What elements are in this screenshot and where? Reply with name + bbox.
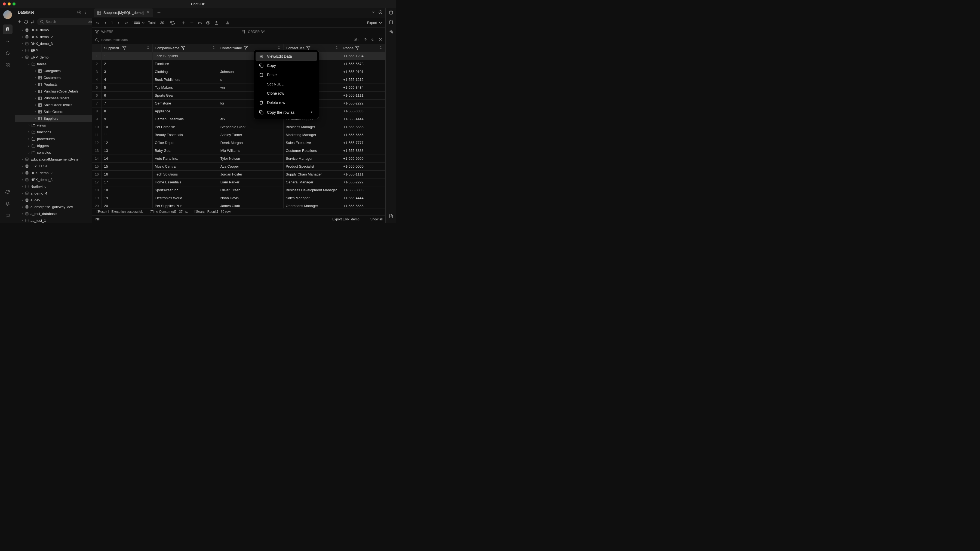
tree-item-a_dev[interactable]: a_dev: [15, 197, 92, 203]
table-row[interactable]: 99Garden EssentialsarkCustomer Support+1…: [92, 115, 385, 123]
cell-phone[interactable]: +1-555-5555: [341, 202, 385, 208]
cell-supplierid[interactable]: 3: [102, 68, 153, 76]
tree-item-dhx_demo_3[interactable]: DHX_demo_3: [15, 40, 92, 47]
reload-icon[interactable]: [170, 21, 175, 25]
export-button[interactable]: Export: [367, 21, 383, 25]
cell-contacttitle[interactable]: Marketing Manager: [283, 131, 341, 139]
tree-item-salesorderdetails[interactable]: SalesOrderDetails: [15, 102, 92, 108]
cell-companyname[interactable]: Electronics World: [153, 194, 218, 202]
table-row[interactable]: 1515Music CentralAva CooperProduct Speci…: [92, 162, 385, 170]
cell-contactname[interactable]: Derek Morgan: [218, 139, 283, 147]
notifications-nav-icon[interactable]: [3, 199, 13, 209]
tree-item-a_demo_4[interactable]: a_demo_4: [15, 190, 92, 197]
tree-item-dhx_demo[interactable]: DHX_demo: [15, 27, 92, 33]
column-header-companyname[interactable]: CompanyName: [153, 44, 218, 52]
table-row[interactable]: 1414Auto Parts Inc.Tyler NelsonService M…: [92, 154, 385, 162]
table-row[interactable]: 1919Electronics WorldNoah DavisSales Man…: [92, 194, 385, 202]
tree-item-a_enterprise_gateway_dev[interactable]: a_enterprise_gateway_dev: [15, 203, 92, 210]
add-icon[interactable]: [76, 9, 83, 16]
cell-contacttitle[interactable]: Customer Relations: [283, 147, 341, 154]
first-page-icon[interactable]: [95, 21, 100, 25]
cell-companyname[interactable]: Appliance: [153, 107, 218, 115]
cell-phone[interactable]: +1-555-3333: [341, 107, 385, 115]
cell-companyname[interactable]: Tech Suppliers: [153, 52, 218, 60]
cell-companyname[interactable]: Auto Parts Inc.: [153, 154, 218, 162]
close-icon[interactable]: [146, 10, 150, 15]
cell-contactname[interactable]: Mia Williams: [218, 147, 283, 154]
chart-icon[interactable]: [225, 21, 230, 25]
feedback-nav-icon[interactable]: [3, 211, 13, 221]
tree-item-views[interactable]: views: [15, 122, 92, 129]
footer-export[interactable]: Export ERP_demo: [332, 218, 359, 221]
cell-contacttitle[interactable]: Business Manager: [283, 123, 341, 131]
avatar[interactable]: [3, 10, 12, 19]
cell-companyname[interactable]: Office Depot: [153, 139, 218, 147]
cell-phone[interactable]: +1-555-7777: [341, 139, 385, 147]
cell-supplierid[interactable]: 12: [102, 139, 153, 147]
tree-item-purchaseorders[interactable]: PurchaseOrders: [15, 95, 92, 102]
tree-item-dhx_demo_2[interactable]: DHX_demo_2: [15, 33, 92, 40]
tree-item-products[interactable]: Products: [15, 81, 92, 88]
view-icon[interactable]: [205, 21, 211, 25]
page-size-dropdown[interactable]: 1000: [132, 21, 145, 25]
cell-phone[interactable]: +1-555-3434: [341, 84, 385, 91]
cell-phone[interactable]: +1-555-9101: [341, 68, 385, 76]
last-page-icon[interactable]: [124, 21, 129, 25]
cell-supplierid[interactable]: 8: [102, 107, 153, 115]
more-icon[interactable]: [83, 9, 89, 16]
add-connection-icon[interactable]: [18, 19, 22, 25]
cell-supplierid[interactable]: 15: [102, 162, 153, 170]
context-menu-delete-row[interactable]: Delete row: [256, 98, 317, 107]
table-row[interactable]: 11Tech SuppliersSales Manager+1-555-1234: [92, 52, 385, 60]
cell-companyname[interactable]: Gemstone: [153, 99, 218, 107]
cell-companyname[interactable]: Sportswear Inc.: [153, 186, 218, 194]
cell-phone[interactable]: +1-555-5555: [341, 123, 385, 131]
sql-icon[interactable]: [389, 10, 393, 16]
document-icon[interactable]: [389, 214, 393, 219]
cell-phone[interactable]: +1-555-1111: [341, 91, 385, 99]
cell-companyname[interactable]: Beauty Essentials: [153, 131, 218, 139]
sort-icon[interactable]: [212, 45, 216, 50]
cell-supplierid[interactable]: 11: [102, 131, 153, 139]
cell-contacttitle[interactable]: General Manager: [283, 178, 341, 186]
sparkle-icon[interactable]: [389, 29, 393, 35]
context-menu-paste[interactable]: Paste: [256, 70, 317, 79]
cell-companyname[interactable]: Baby Gear: [153, 147, 218, 154]
context-menu-copy[interactable]: Copy: [256, 61, 317, 70]
tab-suppliers[interactable]: Suppliers[MySQL _demo]: [94, 8, 153, 17]
orderby-filter[interactable]: ORDER BY: [239, 30, 385, 34]
cell-phone[interactable]: +1-555-2222: [341, 178, 385, 186]
cell-supplierid[interactable]: 4: [102, 76, 153, 84]
table-row[interactable]: 77GemstonelorOperations Manager+1-555-22…: [92, 99, 385, 107]
sidebar-search[interactable]: ⌘F: [37, 18, 92, 25]
filter-icon[interactable]: [122, 46, 127, 50]
tree-item-categories[interactable]: Categories: [15, 67, 92, 74]
cell-contactname[interactable]: Liam Parker: [218, 178, 283, 186]
maximize-window-button[interactable]: [13, 2, 16, 5]
cell-companyname[interactable]: Garden Essentials: [153, 115, 218, 123]
prev-page-icon[interactable]: [103, 21, 108, 25]
cell-supplierid[interactable]: 14: [102, 154, 153, 162]
table-row[interactable]: 1616Tech SolutionsJordan FosterSupply Ch…: [92, 170, 385, 178]
cell-contacttitle[interactable]: Supply Chain Manager: [283, 170, 341, 178]
search-input[interactable]: [46, 20, 86, 24]
minimize-window-button[interactable]: [8, 2, 11, 5]
close-search-icon[interactable]: [378, 37, 383, 43]
tabs-dropdown-icon[interactable]: [371, 10, 375, 15]
remove-row-icon[interactable]: [189, 21, 194, 25]
apps-nav-icon[interactable]: [3, 60, 13, 70]
add-tab-button[interactable]: [154, 10, 163, 15]
sort-icon[interactable]: [277, 45, 281, 50]
cell-companyname[interactable]: Home Essentials: [153, 178, 218, 186]
cell-supplierid[interactable]: 16: [102, 170, 153, 178]
cell-supplierid[interactable]: 17: [102, 178, 153, 186]
cell-companyname[interactable]: Tech Solutions: [153, 170, 218, 178]
result-search-input[interactable]: [101, 38, 352, 42]
cell-phone[interactable]: +1-555-0000: [341, 162, 385, 170]
sync-nav-icon[interactable]: [3, 187, 13, 197]
cell-phone[interactable]: +1-555-5678: [341, 60, 385, 68]
cell-companyname[interactable]: Toy Makers: [153, 84, 218, 91]
context-menu-view-edit-data[interactable]: View/Edit Data: [256, 52, 317, 61]
sort-icon[interactable]: [379, 45, 383, 50]
cell-contacttitle[interactable]: Operations Manager: [283, 202, 341, 208]
